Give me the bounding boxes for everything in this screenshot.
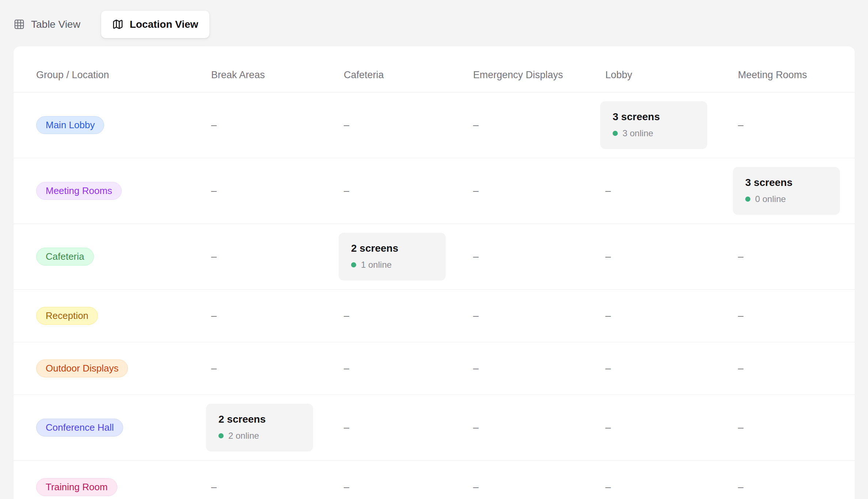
- online-status-dot: [745, 197, 750, 202]
- empty-cell-dash: –: [211, 119, 344, 131]
- online-count: 3 online: [623, 128, 653, 138]
- empty-cell-dash: –: [738, 251, 855, 262]
- tab-table-view[interactable]: Table View: [14, 10, 91, 38]
- empty-cell-dash: –: [344, 481, 473, 493]
- group-badge-main-lobby: Main Lobby: [36, 116, 104, 134]
- group-badge-cafeteria: Cafeteria: [36, 248, 94, 266]
- column-header-meeting-rooms: Meeting Rooms: [738, 69, 855, 81]
- empty-cell-dash: –: [738, 363, 855, 374]
- empty-cell-dash: –: [344, 363, 473, 374]
- screen-group-card-conference-hall-break-areas[interactable]: 2 screens 2 online: [206, 404, 313, 452]
- empty-cell-dash: –: [738, 481, 855, 493]
- online-status-dot: [351, 262, 356, 267]
- column-header-break-areas: Break Areas: [211, 69, 344, 81]
- location-matrix-panel: Group / Location Break Areas Cafeteria E…: [14, 46, 855, 499]
- screen-count: 3 screens: [745, 177, 827, 188]
- empty-cell-dash: –: [344, 119, 473, 131]
- empty-cell-dash: –: [605, 363, 738, 374]
- matrix-row-reception: Reception – – – – –: [14, 290, 855, 342]
- map-icon: [112, 19, 123, 30]
- empty-cell-dash: –: [473, 119, 605, 131]
- tab-location-view[interactable]: Location View: [101, 10, 210, 38]
- column-header-cafeteria: Cafeteria: [344, 69, 473, 81]
- empty-cell-dash: –: [605, 481, 738, 493]
- column-header-emergency-displays: Emergency Displays: [473, 69, 605, 81]
- column-header-group-location: Group / Location: [36, 69, 211, 81]
- online-status-dot: [613, 131, 618, 136]
- empty-cell-dash: –: [344, 422, 473, 433]
- matrix-row-cafeteria: Cafeteria – 2 screens 1 online – – –: [14, 224, 855, 290]
- matrix-row-main-lobby: Main Lobby – – – 3 screens 3 online –: [14, 92, 855, 158]
- empty-cell-dash: –: [473, 185, 605, 197]
- screen-group-card-cafeteria[interactable]: 2 screens 1 online: [339, 233, 446, 281]
- group-badge-meeting-rooms: Meeting Rooms: [36, 182, 122, 200]
- empty-cell-dash: –: [211, 310, 344, 321]
- empty-cell-dash: –: [738, 310, 855, 321]
- empty-cell-dash: –: [211, 481, 344, 493]
- empty-cell-dash: –: [211, 185, 344, 197]
- empty-cell-dash: –: [344, 310, 473, 321]
- empty-cell-dash: –: [211, 251, 344, 262]
- group-badge-outdoor-displays: Outdoor Displays: [36, 359, 128, 377]
- table-grid-icon: [14, 19, 25, 30]
- tab-label: Table View: [31, 19, 80, 30]
- matrix-header-row: Group / Location Break Areas Cafeteria E…: [14, 46, 855, 92]
- empty-cell-dash: –: [738, 422, 855, 433]
- matrix-row-outdoor-displays: Outdoor Displays – – – – –: [14, 342, 855, 395]
- empty-cell-dash: –: [605, 310, 738, 321]
- online-count: 0 online: [755, 194, 786, 204]
- view-switcher: Table View Location View: [14, 5, 210, 43]
- empty-cell-dash: –: [605, 422, 738, 433]
- online-count: 1 online: [361, 260, 392, 270]
- empty-cell-dash: –: [473, 310, 605, 321]
- group-badge-training-room: Training Room: [36, 478, 117, 496]
- column-header-lobby: Lobby: [605, 69, 738, 81]
- empty-cell-dash: –: [738, 119, 855, 131]
- empty-cell-dash: –: [211, 363, 344, 374]
- online-status-dot: [218, 433, 224, 438]
- screen-group-card-meeting-rooms[interactable]: 3 screens 0 online: [733, 167, 840, 215]
- empty-cell-dash: –: [473, 422, 605, 433]
- matrix-row-training-room: Training Room – – – – –: [14, 461, 855, 499]
- empty-cell-dash: –: [473, 481, 605, 493]
- tab-label: Location View: [130, 19, 198, 30]
- matrix-row-conference-hall: Conference Hall 2 screens 2 online – – –…: [14, 395, 855, 461]
- empty-cell-dash: –: [344, 185, 473, 197]
- online-count: 2 online: [228, 431, 259, 441]
- screen-group-card-main-lobby-lobby[interactable]: 3 screens 3 online: [600, 101, 707, 149]
- screen-count: 3 screens: [613, 111, 695, 123]
- empty-cell-dash: –: [605, 251, 738, 262]
- matrix-row-meeting-rooms: Meeting Rooms – – – – 3 screens 0 online: [14, 158, 855, 224]
- group-badge-reception: Reception: [36, 307, 98, 325]
- empty-cell-dash: –: [605, 185, 738, 197]
- screen-count: 2 screens: [351, 243, 433, 254]
- empty-cell-dash: –: [473, 363, 605, 374]
- empty-cell-dash: –: [473, 251, 605, 262]
- screen-count: 2 screens: [218, 414, 301, 425]
- group-badge-conference-hall: Conference Hall: [36, 419, 123, 437]
